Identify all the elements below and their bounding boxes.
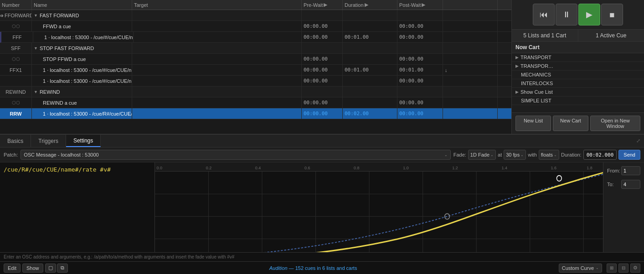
cell-flag bbox=[443, 10, 498, 20]
cue-tree-item[interactable]: ▶ TRANSPOR… bbox=[512, 62, 644, 71]
cell-duration: 00:01.00 bbox=[343, 32, 397, 42]
expand-icon[interactable]: ⤢ bbox=[633, 135, 644, 147]
cell-duration bbox=[343, 86, 397, 97]
prev-button[interactable]: ⏮ bbox=[533, 4, 555, 25]
gear-icon[interactable]: ⚙ bbox=[630, 264, 640, 273]
curve-svg bbox=[155, 172, 603, 252]
cell-flag bbox=[443, 54, 498, 64]
cell-duration bbox=[343, 76, 397, 86]
cell-name: REWIND a cue bbox=[41, 97, 132, 108]
cell-path bbox=[132, 76, 302, 86]
tree-item-label: INTERLOCKS bbox=[521, 81, 553, 86]
cell-postwait: 00:00.00 bbox=[397, 97, 443, 108]
table-row[interactable]: REWIND ▼REWIND bbox=[0, 86, 511, 97]
show-cue-list-item[interactable]: ▶ Show Cue List bbox=[512, 88, 644, 96]
send-button[interactable]: Send bbox=[618, 150, 640, 160]
view-single-button[interactable]: ▢ bbox=[45, 264, 56, 273]
tab-triggers[interactable]: Triggers bbox=[31, 135, 66, 147]
open-new-window-button[interactable]: Open in New Window bbox=[590, 116, 640, 131]
cell-flag bbox=[443, 21, 498, 31]
edit-button[interactable]: Edit bbox=[4, 264, 21, 273]
transport-bar: ⏮ ⏸ ▶ ◼ bbox=[512, 0, 644, 30]
from-input[interactable]: 1 bbox=[621, 166, 640, 175]
cell-flag bbox=[443, 86, 498, 97]
status-bar: Edit Show ▢ ⧉ Audition — 152 cues in 6 l… bbox=[0, 261, 644, 274]
at-label: at bbox=[498, 152, 502, 157]
bottom-view-icon-2[interactable]: ⊟ bbox=[618, 264, 629, 273]
tab-lists-and-cart[interactable]: 5 Lists and 1 Cart bbox=[512, 30, 578, 41]
patch-dropdown-arrow: ⌄ bbox=[444, 153, 448, 157]
ruler-tick: 0.4 bbox=[255, 166, 261, 170]
tree-expand-icon: ▶ bbox=[515, 64, 519, 68]
cell-prewait: 00:00.00 bbox=[302, 54, 343, 64]
table-row-active[interactable]: RRW 1 · localhost : 53000 - /cue/R#/cue/… bbox=[0, 108, 511, 119]
show-button[interactable]: Show bbox=[22, 264, 43, 273]
view-split-button[interactable]: ⧉ bbox=[57, 264, 68, 273]
duration-value[interactable]: 00:02.000 bbox=[583, 150, 617, 160]
new-list-button[interactable]: New List bbox=[515, 116, 551, 131]
tree-item-label: TRANSPOR… bbox=[520, 63, 553, 69]
cell-postwait: 00:00.00 bbox=[397, 54, 443, 64]
ruler: 0.0 0.2 0.4 0.6 0.8 1.0 1.2 1.4 1.6 1.8 bbox=[155, 162, 603, 172]
cell-duration bbox=[343, 10, 397, 20]
table-row[interactable]: SFF ▼STOP FAST FORWARD bbox=[0, 43, 511, 54]
action-buttons: New List New Cart Open in New Window bbox=[512, 112, 644, 134]
ruler-tick: 1.4 bbox=[501, 166, 507, 170]
fade-select[interactable]: 1D Fade ⌄ bbox=[468, 150, 496, 160]
tab-basics[interactable]: Basics bbox=[0, 135, 31, 147]
curve-graph[interactable]: 0.0 0.2 0.4 0.6 0.8 1.0 1.2 1.4 1.6 1.8 bbox=[155, 162, 603, 252]
from-row: From: 1 bbox=[607, 166, 640, 175]
cell-number bbox=[0, 76, 32, 86]
fade-label: Fade: bbox=[453, 152, 466, 157]
to-label: To: bbox=[607, 182, 618, 187]
table-header: Number Name Target Pre-Wait ▶ Duration ▶… bbox=[0, 0, 511, 10]
cue-tree-item[interactable]: ▶ TRANSPORT bbox=[512, 53, 644, 62]
floats-select[interactable]: floats ⌄ bbox=[539, 150, 559, 160]
ruler-tick: 0.6 bbox=[304, 166, 310, 170]
cell-number: REWIND bbox=[0, 86, 32, 97]
ruler-tick: 0.8 bbox=[354, 166, 360, 170]
cell-postwait bbox=[397, 43, 443, 53]
cell-path bbox=[132, 54, 302, 64]
cell-number: FFX1 bbox=[0, 65, 32, 75]
patch-label: Patch: bbox=[4, 152, 18, 157]
curve-dropdown[interactable]: Custom Curve ⌄ bbox=[559, 264, 602, 273]
table-row[interactable]: FFX1 1 · localhost : 53000 - /cue/#/cue/… bbox=[0, 65, 511, 76]
fps-select[interactable]: 30 fps ⌄ bbox=[504, 150, 526, 160]
cell-duration: 00:01.00 bbox=[343, 65, 397, 75]
cell-flag bbox=[443, 108, 498, 119]
pause-button[interactable]: ⏸ bbox=[556, 4, 577, 25]
tab-settings[interactable]: Settings bbox=[66, 135, 101, 147]
tab-active-cue[interactable]: 1 Active Cue bbox=[578, 30, 644, 41]
cue-tree-item[interactable]: MECHANICS bbox=[512, 71, 644, 79]
table-row[interactable]: ⬡⬡ FFWD a cue 00:00.00 00:00.00 bbox=[0, 21, 511, 32]
cell-name: 1 · localhost : 53000 - /cue/#/cue/CUE/n… bbox=[42, 32, 134, 42]
cue-tree-item[interactable]: SIMPLE LIST bbox=[512, 96, 644, 105]
cell-number: ⬡⬡ bbox=[0, 21, 32, 31]
table-row[interactable]: FFF 1 · localhost : 53000 - /cue/#/cue/C… bbox=[0, 32, 511, 43]
cell-prewait: 00:00.00 bbox=[302, 108, 343, 119]
cell-flag bbox=[443, 76, 498, 86]
col-header-target: Target bbox=[132, 0, 302, 10]
cell-number: ⬡⬡ bbox=[0, 54, 32, 64]
to-input[interactable]: 4 bbox=[621, 180, 640, 189]
play-button[interactable]: ▶ bbox=[578, 4, 600, 25]
cue-tree-item[interactable]: INTERLOCKS bbox=[512, 79, 644, 88]
table-row[interactable]: ⬡⬡ STOP FFWD a cue 00:00.00 00:00.00 bbox=[0, 54, 511, 65]
ruler-tick: 1.6 bbox=[551, 166, 557, 170]
table-row[interactable]: ⬡⬡ REWIND a cue 00:00.00 00:00.00 bbox=[0, 97, 511, 108]
cell-path bbox=[134, 32, 302, 42]
cell-postwait bbox=[397, 86, 443, 97]
cell-prewait: 00:00.00 bbox=[302, 32, 343, 42]
stop-button[interactable]: ◼ bbox=[601, 4, 623, 25]
view-buttons: ▢ ⧉ bbox=[45, 264, 68, 273]
bottom-view-icon-1[interactable]: ⊞ bbox=[607, 264, 617, 273]
table-row[interactable]: 1 · localhost : 53000 - /cue/#/cue/CUE/n… bbox=[0, 76, 511, 86]
col-header-name: Name bbox=[32, 0, 132, 10]
cell-prewait: 00:00.00 bbox=[302, 97, 343, 108]
new-cart-button[interactable]: New Cart bbox=[553, 116, 588, 131]
patch-select[interactable]: OSC Message - localhost : 53000 ⌄ bbox=[21, 150, 451, 160]
table-row[interactable]: ⇔FFORWARD ▼FAST FORWARD bbox=[0, 10, 511, 21]
floats-dropdown-arrow: ⌄ bbox=[554, 153, 557, 157]
hint-bar: Enter an OSC address and arguments, e.g.… bbox=[0, 252, 644, 261]
